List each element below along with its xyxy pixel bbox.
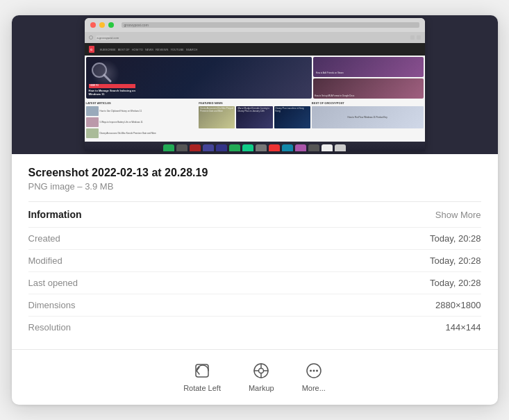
hero-side-item-1: How to Add Friends on Steam <box>313 57 424 77</box>
info-row-value: Today, 20:28 <box>430 278 481 288</box>
article-text-3: Disney Announces Obi-Wan Kenobi Premiere… <box>100 132 156 135</box>
dock-icon-app3 <box>229 144 240 151</box>
info-row: Resolution 144×144 <box>28 316 481 338</box>
best-of-image: How to Find Your Windows 11 Product Key <box>312 106 424 128</box>
featured-item-2: Marvel Budget Eternals Coming to Disney … <box>236 106 272 128</box>
latest-articles-header: LATEST ARTICLES <box>86 101 198 105</box>
article-item-1: How to Use Clipboard History on Windows … <box>86 106 198 116</box>
info-row: Dimensions 2880×1800 <box>28 294 481 316</box>
best-of-header: BEST OF GROOVYPOST <box>312 101 424 105</box>
featured-news-grid: Dunes Announces Dist-War Prequel Premier… <box>199 106 310 128</box>
more-label: More... <box>302 384 326 392</box>
action-bar: Rotate Left Markup <box>12 349 498 405</box>
browser-mockup: groovypost.com a.groovypost.com <box>85 18 425 151</box>
dock-bar <box>85 142 425 151</box>
svg-point-12 <box>312 370 315 372</box>
rotate-left-button[interactable]: Rotate Left <box>183 361 221 392</box>
info-row-label: Resolution <box>28 322 71 333</box>
dock-icon-app1 <box>190 144 201 151</box>
maximize-dot <box>108 22 114 28</box>
svg-point-13 <box>316 370 318 372</box>
markup-label: Markup <box>249 384 274 392</box>
hero-side-item-2: How to Set up MLA Format in Google Docs <box>313 78 424 99</box>
content-area: LATEST ARTICLES How to Use Clipboard His… <box>85 100 425 142</box>
more-button[interactable]: More... <box>302 361 326 392</box>
featured-item-1: Dunes Announces Dist-War Prequel Premier… <box>199 106 235 128</box>
dock-icon-finder <box>163 144 174 151</box>
site-header: G SUBSCRIBE BEST OF HOW TO NEWS REVIEWS … <box>85 43 425 56</box>
file-info-section: Screenshot 2022-02-13 at 20.28.19 PNG im… <box>12 154 498 338</box>
hero-title: HOW TO How to Manage Search Indexing onW… <box>89 84 135 96</box>
minimize-dot <box>99 22 105 28</box>
svg-point-1 <box>94 65 104 75</box>
show-more-button[interactable]: Show More <box>435 210 481 220</box>
nav-reviews: REVIEWS <box>156 48 168 51</box>
dock-icon-spotify <box>242 144 253 151</box>
nav-subscribe: SUBSCRIBE <box>100 48 116 51</box>
nav-search: SEARCH <box>186 48 198 51</box>
hero-area: HOW TO How to Manage Search Indexing onW… <box>85 56 425 100</box>
latest-articles-col: LATEST ARTICLES How to Use Clipboard His… <box>86 101 198 140</box>
info-row-value: Today, 20:28 <box>430 255 481 266</box>
featured-news-col: FEATURED NEWS Dunes Announces Dist-War P… <box>199 101 310 140</box>
markup-icon <box>251 361 271 380</box>
dock-icon-calendar <box>203 144 214 151</box>
info-row-label: Modified <box>28 255 62 266</box>
dock-icon-app8 <box>308 144 319 151</box>
site-content: G SUBSCRIBE BEST OF HOW TO NEWS REVIEWS … <box>85 43 425 151</box>
markup-button[interactable]: Markup <box>249 361 274 392</box>
article-item-2: 5 Ways to Improve Battery Life on Window… <box>86 117 198 127</box>
info-row-value: Today, 20:28 <box>430 233 481 244</box>
close-dot <box>90 22 96 28</box>
info-row-label: Created <box>28 233 60 244</box>
screenshot-preview: groovypost.com a.groovypost.com <box>12 15 498 154</box>
url-bar-text: a.groovypost.com <box>97 36 119 40</box>
article-item-3: Disney Announces Obi-Wan Kenobi Premiere… <box>86 128 198 138</box>
info-row-value: 2880×1800 <box>435 300 481 310</box>
nav-news: NEWS <box>145 48 153 51</box>
info-row: Created Today, 20:28 <box>28 227 481 249</box>
info-section: Information Show More Created Today, 20:… <box>28 201 481 338</box>
browser-titlebar: groovypost.com <box>85 18 425 32</box>
nav-howto: HOW TO <box>132 48 143 51</box>
best-of-col: BEST OF GROOVYPOST How to Find Your Wind… <box>312 101 424 140</box>
file-title: Screenshot 2022-02-13 at 20.28.19 <box>28 167 481 179</box>
hero-side-articles: How to Add Friends on Steam How to Set u… <box>313 57 424 99</box>
article-text-2: 5 Ways to Improve Battery Life on Window… <box>100 121 143 124</box>
svg-point-5 <box>259 369 264 373</box>
info-section-title: Information <box>28 209 82 220</box>
browser-nav: a.groovypost.com <box>85 32 425 43</box>
info-row-label: Dimensions <box>28 300 76 310</box>
preview-window: groovypost.com a.groovypost.com <box>12 15 498 405</box>
rotate-left-icon <box>192 361 212 380</box>
dock-icon-app7 <box>295 144 306 151</box>
dock-icon-app6 <box>282 144 293 151</box>
featured-news-header: FEATURED NEWS <box>199 101 310 105</box>
info-rows: Created Today, 20:28 Modified Today, 20:… <box>28 227 481 338</box>
dock-icon-app2 <box>216 144 227 151</box>
info-row-label: Last opened <box>28 278 78 288</box>
svg-point-11 <box>310 370 312 372</box>
dock-icon-launchpad <box>176 144 187 151</box>
url-text: groovypost.com <box>124 23 149 27</box>
rotate-left-label: Rotate Left <box>183 384 221 392</box>
nav-bestof: BEST OF <box>118 48 130 51</box>
hero-main-article: HOW TO How to Manage Search Indexing onW… <box>86 57 312 99</box>
dock-icon-trash <box>335 144 346 151</box>
info-row: Modified Today, 20:28 <box>28 249 481 271</box>
more-icon <box>304 361 324 380</box>
dock-icon-app9 <box>322 144 333 151</box>
file-meta: PNG image – 3.9 MB <box>28 181 481 192</box>
dock-icon-app4 <box>256 144 267 151</box>
nav-youtube: YOUTUBE <box>170 48 183 51</box>
article-text-1: How to Use Clipboard History on Windows … <box>100 110 142 112</box>
dock-icon-app5 <box>269 144 280 151</box>
featured-item-3: Disney Plus Launches in Hong Kong <box>274 106 310 128</box>
info-row: Last opened Today, 20:28 <box>28 271 481 294</box>
info-section-header: Information Show More <box>28 209 481 220</box>
svg-line-2 <box>104 75 110 81</box>
info-row-value: 144×144 <box>446 322 481 333</box>
